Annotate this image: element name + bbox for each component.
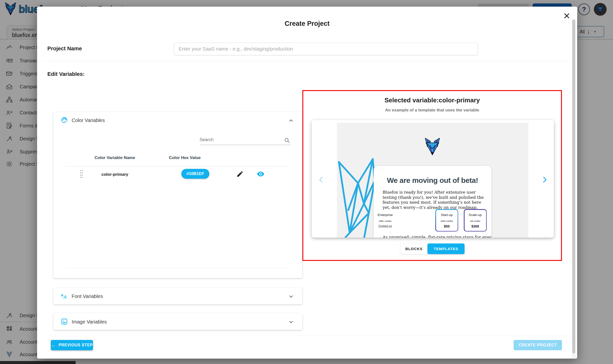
- font-icon: A A: [61, 293, 68, 299]
- modal-title: Create Project: [37, 20, 577, 27]
- font-variables-title: Font Variables: [72, 294, 103, 299]
- svg-text:A: A: [61, 293, 64, 297]
- create-project-modal: × Create Project Project Name Edit Varia…: [37, 7, 577, 359]
- column-header-name: Color Variable Name: [88, 155, 142, 160]
- tab-blocks[interactable]: BLOCKS: [400, 243, 427, 254]
- email-body: Bluefox is ready for you! After extensiv…: [383, 190, 484, 210]
- project-name-input[interactable]: [174, 43, 478, 55]
- tab-templates[interactable]: TEMPLATES: [427, 243, 465, 254]
- create-project-button[interactable]: CREATE PROJECT: [514, 340, 562, 350]
- email-headline: We are moving out of beta!: [374, 176, 491, 185]
- plan-card-scaleup: Scale-up 1M credits $300: [464, 209, 487, 231]
- scrollbar-thumb[interactable]: [572, 20, 575, 353]
- chevron-down-icon: [288, 319, 294, 325]
- font-variables-header[interactable]: A A Font Variables: [53, 288, 302, 304]
- selected-variable-title: Selected variable:color-primary: [303, 96, 561, 104]
- chevron-down-icon: [288, 294, 294, 299]
- email-content-card: We are moving out of beta! Bluefox is re…: [374, 166, 491, 238]
- color-variables-card: Color Variables Color Variable Name Colo…: [53, 112, 302, 278]
- table-header-divider: [65, 166, 288, 166]
- previous-step-button[interactable]: ← PREVIOUS STEP: [51, 340, 93, 350]
- screen: bluefox New Project ? At ↓ ▾ Select Proj…: [0, 0, 613, 364]
- scrollbar-track[interactable]: [572, 19, 576, 359]
- email-cutoff-line: As promised: simple, flat-rate pricing s…: [383, 235, 488, 238]
- variable-name: color-primary: [88, 172, 142, 177]
- column-header-hex: Color Hex Value: [157, 155, 213, 160]
- selected-variable-panel: Selected variable:color-primary An examp…: [302, 90, 562, 261]
- color-variables-header[interactable]: Color Variables: [53, 112, 302, 128]
- drag-handle-icon[interactable]: [79, 170, 84, 178]
- preview-mode-tabs: BLOCKS TEMPLATES: [400, 243, 465, 254]
- carousel-prev-icon[interactable]: [318, 176, 325, 183]
- table-footer-divider: [65, 268, 288, 268]
- carousel-next-icon[interactable]: [541, 176, 548, 183]
- search-input[interactable]: [200, 135, 280, 144]
- eye-icon[interactable]: [257, 171, 265, 177]
- svg-text:A: A: [63, 294, 67, 300]
- selected-variable-subtitle: An example of a template that uses the v…: [303, 108, 561, 113]
- color-variables-title: Color Variables: [72, 118, 105, 123]
- palette-icon: [61, 117, 68, 123]
- chevron-up-icon: [288, 118, 294, 123]
- plan-card-startup: Start-up 100K credits $50: [435, 209, 458, 231]
- edit-variables-label: Edit Variables:: [47, 71, 85, 77]
- color-hex-chip[interactable]: #10B1EF: [181, 169, 209, 179]
- plan-card-enterprise: Enterprise 10M+ credits Contact us: [374, 209, 397, 231]
- image-variables-title: Image Variables: [72, 319, 107, 325]
- template-preview-card: We are moving out of beta! Bluefox is re…: [312, 120, 554, 238]
- image-icon: [61, 318, 68, 325]
- image-variables-card: Image Variables: [53, 313, 302, 330]
- contact-us-link[interactable]: Contact us: [374, 224, 396, 227]
- divider: [44, 61, 570, 61]
- footer-divider: [44, 336, 570, 336]
- image-variables-header[interactable]: Image Variables: [53, 313, 302, 330]
- arrow-left-icon: ←: [51, 342, 56, 348]
- edit-pencil-icon[interactable]: [236, 170, 244, 178]
- project-name-label: Project Name: [47, 45, 82, 52]
- email-preview: We are moving out of beta! Bluefox is re…: [337, 123, 528, 238]
- font-variables-card: A A Font Variables: [53, 288, 302, 304]
- email-fox-logo-icon: [423, 137, 441, 157]
- search-field: [200, 135, 291, 145]
- search-icon[interactable]: [284, 137, 290, 144]
